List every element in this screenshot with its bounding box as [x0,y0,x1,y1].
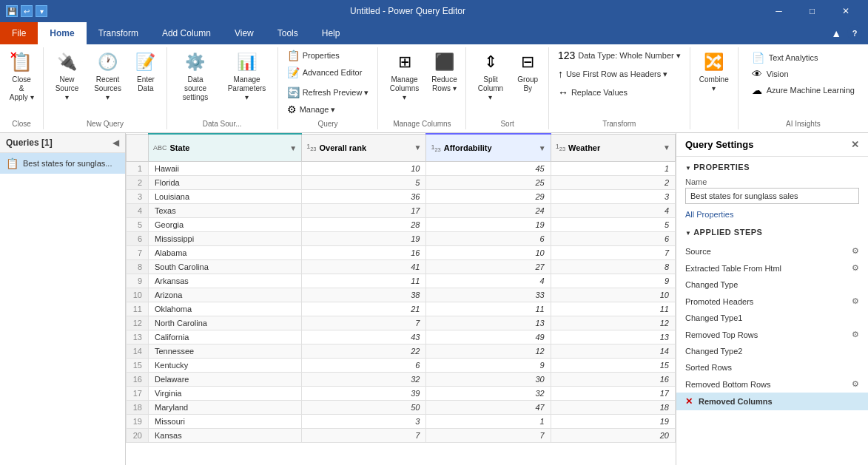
cell-rank: 11 [302,274,426,288]
step-left: ✕ Removed Columns [685,396,773,407]
tab-home[interactable]: Home [38,22,86,44]
step-name: Extracted Table From Html [685,264,781,273]
combine-label: Combine▾ [699,75,729,93]
sort-group-label: Sort [466,120,548,128]
step-gear-icon[interactable]: ⚙ [852,263,859,273]
cell-rank: 43 [302,330,426,344]
reduce-rows-button[interactable]: ⬛ ReduceRows ▾ [428,47,462,96]
vision-button[interactable]: 👁 Vision [749,67,858,81]
save-icon[interactable]: 💾 [6,5,18,17]
manage-button[interactable]: ⚙ Manage ▾ [283,101,340,118]
expand-ribbon-icon[interactable]: ▲ [831,27,841,39]
help-button[interactable]: ? [847,26,862,41]
manage-columns-button[interactable]: ⊞ ManageColumns ▾ [383,47,425,105]
row-index: 1 [127,162,149,176]
tab-view[interactable]: View [223,22,266,44]
applied-step-item[interactable]: Extracted Table From Html ⚙ [676,259,868,276]
columns-content: ⊞ ManageColumns ▾ ⬛ ReduceRows ▾ [383,47,461,117]
applied-step-item[interactable]: Changed Type1 [676,310,868,326]
settings-header: Query Settings ✕ [676,133,868,157]
state-type-icon: ABC [153,144,167,152]
ribbon-group-columns: ⊞ ManageColumns ▾ ⬛ ReduceRows ▾ Manage … [378,47,466,129]
table-row: 9 Arkansas 11 4 9 [127,274,676,288]
recent-sources-button[interactable]: 🕐 RecentSources ▾ [87,47,128,105]
dropdown-icon[interactable]: ▾ [36,5,47,17]
minimize-button[interactable]: ─ [762,0,795,22]
tab-help[interactable]: Help [310,22,352,44]
manage-params-label: ManageParameters ▾ [225,75,268,102]
cell-rank: 39 [302,387,426,401]
cell-weather: 17 [551,387,675,401]
close-apply-button[interactable]: 📋 ✕ Close &Apply ▾ [4,47,38,105]
applied-step-item[interactable]: Removed Top Rows ⚙ [676,326,868,343]
applied-steps-title: APPLIED STEPS [676,222,868,240]
group-by-button[interactable]: ⊟ GroupBy [512,47,544,96]
enter-data-icon: 📝 [134,50,158,74]
replace-values-button[interactable]: ↔ Replace Values [554,84,632,101]
query-item[interactable]: 📋 Best states for sunglas... [0,153,125,174]
rank-filter-icon[interactable]: ▼ [414,143,422,152]
step-name: Removed Top Rows [685,330,758,339]
applied-step-item[interactable]: ✕ Removed Columns [676,393,868,410]
weather-filter-icon[interactable]: ▼ [663,143,670,152]
row-index: 11 [127,302,149,316]
table-row: 14 Tennessee 22 12 14 [127,344,676,359]
data-grid[interactable]: ABC State ▼ 123 Overall rank ▼ [126,133,676,465]
text-analytics-button[interactable]: 📄 Text Analytics [749,50,858,65]
manage-label: Manage ▾ [300,105,336,115]
manage-params-button[interactable]: 📊 ManageParameters ▾ [221,47,272,105]
use-first-row-button[interactable]: ↑ Use First Row as Headers ▾ [554,66,672,82]
split-column-button[interactable]: ⇕ SplitColumn ▾ [471,47,510,105]
applied-step-item[interactable]: Sorted Rows [676,359,868,376]
tab-tools[interactable]: Tools [266,22,310,44]
afford-filter-icon[interactable]: ▼ [539,144,546,152]
col-header-weather[interactable]: 123 Weather ▼ [551,134,675,162]
settings-close-button[interactable]: ✕ [851,139,859,150]
tab-file[interactable]: File [0,22,38,44]
azure-ml-button[interactable]: ☁ Azure Machine Learning [749,83,858,98]
applied-step-item[interactable]: Changed Type2 [676,343,868,359]
maximize-button[interactable]: □ [795,0,829,22]
applied-step-item[interactable]: Changed Type [676,276,868,293]
step-gear-icon[interactable]: ⚙ [852,246,859,256]
step-name: Source [685,247,711,256]
data-source-settings-label: Data sourcesettings [176,75,215,102]
ribbon-group-query: 📋 Properties 📝 Advanced Editor 🔄 Refresh… [278,47,379,129]
table-row: 3 Louisiana 36 29 3 [127,190,676,204]
columns-group-label: Manage Columns [378,120,465,128]
enter-data-button[interactable]: 📝 EnterData [129,47,161,96]
queries-collapse-button[interactable]: ◀ [112,138,119,148]
row-index: 7 [127,246,149,260]
cell-weather: 9 [551,274,675,288]
close-window-button[interactable]: ✕ [829,0,862,22]
undo-icon[interactable]: ↩ [21,5,33,17]
advanced-editor-button[interactable]: 📝 Advanced Editor [283,64,367,81]
applied-step-item[interactable]: Source ⚙ [676,242,868,259]
query-item-name: Best states for sunglas... [23,159,112,168]
cell-rank: 28 [302,218,426,232]
tab-transform[interactable]: Transform [87,22,150,44]
step-gear-icon[interactable]: ⚙ [852,296,859,306]
applied-step-item[interactable]: Promoted Headers ⚙ [676,293,868,310]
title-bar-icons: 💾 ↩ ▾ [6,5,47,17]
step-gear-icon[interactable]: ⚙ [852,330,859,339]
step-gear-icon[interactable]: ⚙ [852,379,859,389]
col-header-state[interactable]: ABC State ▼ [149,134,302,162]
refresh-preview-button[interactable]: 🔄 Refresh Preview ▾ [283,84,374,101]
table-row: 12 North Carolina 7 13 12 [127,316,676,330]
combine-button[interactable]: 🔀 Combine▾ [695,47,733,96]
row-index: 13 [127,330,149,344]
all-properties-link[interactable]: All Properties [676,207,868,222]
properties-button[interactable]: 📋 Properties [283,47,344,64]
col-header-rank[interactable]: 123 Overall rank ▼ [302,134,426,162]
data-source-settings-button[interactable]: ⚙️ Data sourcesettings [172,47,220,105]
name-input[interactable] [685,188,859,204]
cell-weather: 14 [551,344,675,359]
cell-afford: 30 [426,373,551,387]
state-filter-icon[interactable]: ▼ [289,144,297,152]
applied-step-item[interactable]: Removed Bottom Rows ⚙ [676,376,868,393]
col-header-afford[interactable]: 123 Affordability ▼ [426,134,551,162]
tab-add-column[interactable]: Add Column [150,22,223,44]
data-type-button[interactable]: 123 Data Type: Whole Number ▾ [554,47,685,64]
new-source-button[interactable]: 🔌 NewSource ▾ [48,47,86,105]
